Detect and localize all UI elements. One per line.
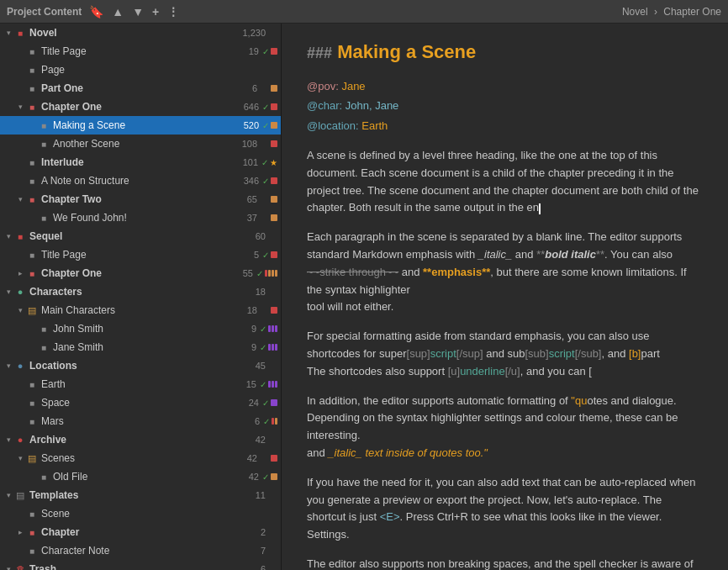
project-content-title: Project Content (7, 6, 82, 18)
item-count-templates: 11 (245, 490, 266, 500)
item-label-trash: Trash (29, 563, 245, 570)
item-label-scene-tpl: Scene (41, 508, 245, 520)
tree-item-note-on-structure[interactable]: ■ A Note on Structure 346 ✓ (0, 172, 281, 190)
expand-arrow: ▾ (15, 103, 25, 111)
item-label-space: Space (41, 397, 239, 409)
meta-char: @char: John, Jane (307, 98, 703, 114)
item-icon-characters: ● (13, 286, 27, 298)
item-label-mars: Mars (41, 415, 240, 427)
editor-area[interactable]: ### Making a Scene @pov: Jane @char: Joh… (282, 24, 728, 570)
tree-item-page[interactable]: ■ Page (0, 61, 281, 79)
tree-item-jane-smith[interactable]: ■ Jane Smith 9 ✓ (0, 338, 281, 356)
item-count-title-page: 19 (239, 46, 259, 56)
item-label-characters: Characters (29, 286, 245, 298)
meta-pov: @pov: Jane (307, 78, 703, 95)
item-label-another-scene: Another Scene (53, 138, 237, 150)
item-label-title-page: Title Page (41, 45, 239, 57)
tree-item-chapter-one[interactable]: ▾ ■ Chapter One 646 ✓ (0, 98, 281, 116)
menu-icon[interactable]: ⋮ (165, 3, 182, 20)
tree-item-trash[interactable]: ▾ 🗑 Trash 6 (0, 560, 281, 570)
tree-item-templates[interactable]: ▾ ▤ Templates 11 (0, 486, 281, 504)
tree-item-title-page[interactable]: ■ Title Page 19 ✓ (0, 42, 281, 61)
tree-item-we-found-john[interactable]: ■ We Found John! 37 (0, 208, 281, 227)
tree-item-scene-tpl[interactable]: ■ Scene (0, 504, 281, 523)
tree-item-chapter-tpl[interactable]: ▸ ■ Chapter 2 (0, 523, 281, 541)
item-badges-another-scene (261, 140, 277, 147)
item-icon-chapter-tpl: ■ (25, 526, 39, 538)
tree-item-sequel[interactable]: ▾ ■ Sequel 60 (0, 227, 281, 245)
tree-item-making-a-scene[interactable]: ■ Making a Scene 520 ✓ (0, 116, 281, 135)
item-label-sequel: Sequel (29, 230, 245, 242)
check-icon: ✓ (260, 325, 266, 334)
check-icon: ✓ (262, 251, 269, 260)
item-icon-chapter-two: ■ (25, 193, 39, 205)
add-icon[interactable]: + (150, 3, 161, 20)
item-badges-chapter-two (261, 196, 277, 203)
item-badges-title-page: ✓ (262, 47, 277, 56)
check-icon: ✓ (262, 177, 269, 186)
paragraph-2: Each paragraph in the scene is separated… (307, 229, 703, 316)
expand-arrow: ▸ (15, 528, 25, 536)
tree-item-chapter-two[interactable]: ▾ ■ Chapter Two 65 (0, 190, 281, 208)
item-label-making-a-scene: Making a Scene (53, 119, 239, 131)
main-layout: ▾ ■ Novel 1,230 ■ Title Page 19 ✓ ■ Page… (0, 24, 728, 570)
item-badges-old-file: ✓ (262, 472, 277, 482)
item-badges-mars: ✓ (263, 417, 277, 426)
item-icon-mars: ■ (25, 415, 39, 427)
expand-arrow: ▾ (15, 306, 25, 314)
tree-item-space[interactable]: ■ Space 24 ✓ (0, 393, 281, 412)
tree-item-main-characters[interactable]: ▾ ▤ Main Characters 18 (0, 301, 281, 319)
item-count-old-file: 42 (239, 472, 259, 482)
tree-item-mars[interactable]: ■ Mars 6 ✓ (0, 412, 281, 430)
item-count-chapter-tpl: 2 (245, 527, 266, 537)
item-label-interlude: Interlude (41, 156, 238, 168)
item-count-locations: 45 (245, 361, 266, 371)
tree-item-scenes-folder[interactable]: ▾ ▤ Scenes 42 (0, 449, 281, 467)
tree-item-earth[interactable]: ■ Earth 15 ✓ (0, 375, 281, 393)
tree-item-old-file[interactable]: ■ Old File 42 ✓ (0, 467, 281, 486)
item-icon-chapter-one: ■ (25, 101, 39, 113)
tree-item-locations[interactable]: ▾ ● Locations 45 (0, 356, 281, 375)
check-icon: ✓ (263, 417, 270, 426)
paragraph-4: In addition, the editor supports automat… (307, 393, 703, 462)
item-label-templates: Templates (29, 489, 245, 501)
item-badges-sequel-chapter-one: ✓ (256, 269, 277, 278)
item-count-trash: 6 (245, 564, 266, 570)
item-count-sequel-chapter-one: 55 (233, 268, 253, 278)
item-icon-making-a-scene: ■ (37, 119, 50, 131)
tree-item-another-scene[interactable]: ■ Another Scene 108 (0, 135, 281, 153)
item-label-char-note-tpl: Character Note (41, 545, 245, 557)
tree-item-interlude[interactable]: ■ Interlude 101 ✓ ★ (0, 153, 281, 172)
item-count-jane-smith: 9 (236, 342, 256, 352)
item-label-old-file: Old File (53, 471, 239, 483)
paragraph-5: If you have the need for it, you can als… (307, 474, 703, 544)
document-title-text: Making a Scene (337, 41, 476, 62)
bookmark-icon[interactable]: 🔖 (87, 3, 106, 20)
expand-arrow: ▾ (3, 288, 13, 296)
item-icon-john-smith: ■ (37, 323, 50, 335)
item-count-chapter-one: 646 (239, 102, 259, 112)
tree-item-characters[interactable]: ▾ ● Characters 18 (0, 282, 281, 301)
tree-item-char-note-tpl[interactable]: ■ Character Note 7 (0, 541, 281, 560)
tree-item-sequel-chapter-one[interactable]: ▸ ■ Chapter One 55 ✓ (0, 264, 281, 282)
item-count-making-a-scene: 520 (239, 120, 259, 130)
pov-key: @pov: (307, 80, 339, 92)
move-up-icon[interactable]: ▲ (109, 3, 126, 20)
item-icon-main-characters: ▤ (25, 304, 39, 316)
breadcrumb: Novel › Chapter One (622, 6, 721, 18)
tree-item-sequel-title[interactable]: ■ Title Page 5 ✓ (0, 245, 281, 264)
breadcrumb-sep: › (654, 6, 657, 18)
item-count-sequel-title: 5 (239, 250, 259, 260)
item-label-main-characters: Main Characters (41, 304, 237, 316)
item-icon-scene-tpl: ■ (25, 508, 39, 520)
pov-val: Jane (341, 80, 365, 92)
check-icon: ✓ (260, 343, 266, 352)
document-title: ### Making a Scene (307, 40, 703, 65)
tree-item-john-smith[interactable]: ■ John Smith 9 ✓ (0, 319, 281, 338)
tree-item-novel[interactable]: ▾ ■ Novel 1,230 (0, 24, 281, 42)
move-down-icon[interactable]: ▼ (129, 3, 146, 20)
item-icon-scenes-folder: ▤ (25, 452, 39, 464)
tree-item-archive[interactable]: ▾ ● Archive 42 (0, 430, 281, 449)
item-label-page: Page (41, 64, 245, 76)
tree-item-part-one[interactable]: ■ Part One 6 (0, 79, 281, 98)
